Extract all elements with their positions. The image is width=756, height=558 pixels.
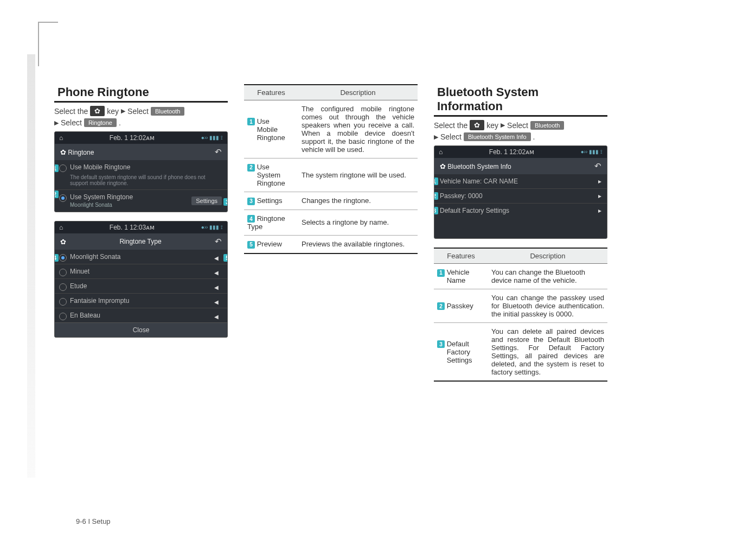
screen-title: Ringtone Type [119,238,161,245]
clock-label: Feb. 1 12:02ᴀᴍ [110,134,155,142]
period: . [533,132,535,141]
col-phone-ringtone-table: FeaturesDescription 1 Use Mobile Rington… [244,84,418,382]
option-note: The default system ringtone will sound i… [55,174,227,189]
ringtone-item-5[interactable]: En Bateau [55,308,227,322]
table-row: 4 Ringtone TypeSelects a ringtone by nam… [244,210,418,236]
use-system-ringtone-option[interactable]: Use System Ringtone Moonlight Sonata Set… [55,189,227,212]
feature-name: Use System Ringtone [257,163,285,187]
vehicle-name-row[interactable]: Vehicle Name: CAR NAME▸ [434,174,607,188]
radio-icon [59,313,67,320]
settings-key-button[interactable]: ✿ [90,106,105,116]
ringtone-screenshot: 1 2 3 ⌂ Feb. 1 12:02ᴀᴍ ●›› ▮▮▮ ⟟ ✿ Ringt… [54,131,228,212]
ringtone-name: En Bateau [70,312,100,319]
radio-icon [59,254,67,262]
close-button[interactable]: Close [55,322,227,337]
bluetooth-system-info-title: Bluetooth System Information [434,84,607,117]
txt-select: Select [440,132,462,141]
feature-name: Default Factory Settings [447,340,472,364]
back-icon[interactable]: ↶ [215,147,222,157]
feature-desc: Previews the available ringtones. [298,236,418,253]
table-row: 2 Use System RingtoneThe system ringtone… [244,158,418,192]
table-row: 3 SettingsChanges the ringtone. [244,192,418,210]
phone-ringtone-features-table: FeaturesDescription 1 Use Mobile Rington… [244,84,418,254]
row-label: Vehicle Name: CAR NAME [440,177,518,185]
feature-name: Preview [257,240,282,248]
feature-desc: You can delete all paired devices and re… [488,323,607,382]
ringtone-item-3[interactable]: Etude [55,278,227,293]
col-bluetooth-system-info: Bluetooth System Information Select the … [434,84,607,382]
preview-icon[interactable] [214,283,222,289]
table-row: 3 Default Factory SettingsYou can delete… [434,323,607,382]
ringtone-item-4[interactable]: Fantaisie Impromptu [55,293,227,308]
bt-system-info-screenshot: 1 2 3 ⌂ Feb. 1 12:02ᴀᴍ ●›› ▮▮▮ ⟟ ✿ Bluet… [434,145,607,239]
feature-desc: Selects a ringtone by name. [298,210,418,236]
chevron-right-icon: ▸ [598,192,601,200]
default-factory-settings-row[interactable]: Default Factory Settings▸ [434,203,607,218]
back-icon[interactable]: ↶ [215,237,222,246]
feature-name: Passkey [447,302,473,310]
bt-sys-info-pill[interactable]: Bluetooth System Info [464,132,531,141]
ringtone-item-2[interactable]: Minuet [55,264,227,278]
back-icon[interactable]: ↶ [594,161,601,171]
preview-icon[interactable] [214,269,222,274]
ringtone-pill[interactable]: Ringtone [84,118,117,127]
settings-key-button[interactable]: ✿ [470,120,484,130]
row-label: Passkey: 0000 [440,192,483,200]
radio-icon [59,298,67,306]
txt-key: key [486,121,498,130]
th-features: Features [244,85,298,100]
num-4: 4 [247,215,255,223]
chevron-right-icon: ▸ [598,207,601,214]
clock-label: Feb. 1 12:02ᴀᴍ [489,148,534,156]
preview-icon[interactable] [214,254,222,259]
table-row: 2 PasskeyYou can change the passkey used… [434,289,607,323]
ringtone-name: Fantaisie Impromptu [70,297,129,305]
table-row: 1 Vehicle NameYou can change the Bluetoo… [434,264,607,289]
row-label: Default Factory Settings [440,207,509,214]
gear-icon: ✿ [60,148,66,156]
feature-name: Use Mobile Ringtone [257,117,285,142]
num-1: 1 [437,269,445,277]
passkey-row[interactable]: Passkey: 0000▸ [434,188,607,203]
radio-icon [59,194,67,202]
home-icon[interactable]: ⌂ [59,224,63,231]
bluetooth-pill[interactable]: Bluetooth [151,107,184,116]
feature-desc: The configured mobile ringtone comes out… [298,100,418,158]
manual-page: Phone Ringtone Select the ✿ key ▶ Select… [0,0,756,558]
status-icons: ●›› ▮▮▮ ⟟ [581,149,603,155]
table-row: 5 PreviewPreviews the available ringtone… [244,236,418,253]
period: . [119,118,121,127]
gear-icon: ✿ [60,238,66,246]
preview-icon[interactable] [214,313,222,318]
txt-select-the: Select the [434,121,467,130]
current-ringtone-label: Moonlight Sonata [70,202,112,208]
arrow-icon: ▶ [434,134,438,141]
feature-name: Settings [257,196,283,205]
home-icon[interactable]: ⌂ [59,134,63,142]
ringtone-name: Minuet [70,268,89,275]
option-label: Use Mobile Ringtone [70,163,130,171]
feature-desc: You can change the passkey used for Blue… [488,289,607,323]
ringtone-settings-button[interactable]: Settings [191,196,222,205]
gear-icon: ✿ [440,162,446,170]
phone-ringtone-title: Phone Ringtone [54,84,228,103]
radio-icon [59,283,67,291]
num-5: 5 [247,241,255,249]
preview-icon[interactable] [214,298,222,303]
arrow-icon: ▶ [121,107,125,115]
status-icons: ●›› ▮▮▮ ⟟ [201,135,223,141]
num-2: 2 [437,302,445,310]
screen-title: Bluetooth System Info [447,163,511,170]
txt-select: Select [127,107,149,116]
ringtone-name: Moonlight Sonata [70,253,120,261]
home-icon[interactable]: ⌂ [439,148,443,156]
num-3: 3 [437,340,445,348]
bluetooth-pill[interactable]: Bluetooth [530,121,564,130]
txt-select: Select [61,118,82,127]
tab-stub [27,54,35,478]
use-mobile-ringtone-option[interactable]: Use Mobile Ringtone [55,160,227,174]
radio-icon [59,164,67,172]
ringtone-item-1[interactable]: Moonlight Sonata [55,250,227,264]
num-1: 1 [247,118,255,125]
ringtone-type-screenshot: 4 5 ⌂ Feb. 1 12:03ᴀᴍ ●›› ▮▮▮ ⟟ ✿ Rington… [54,221,228,338]
